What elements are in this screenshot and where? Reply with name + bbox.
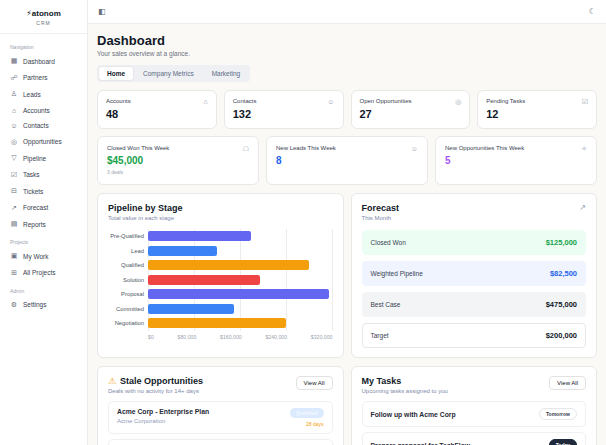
chart-category-label: Proposal xyxy=(108,291,148,297)
sidebar-item-dashboard[interactable]: ▦ Dashboard xyxy=(8,54,79,68)
topbar: ◧ ☾ xyxy=(88,0,606,24)
forecast-panel: Forecast This Month ↗ Closed Won $125,00… xyxy=(351,193,598,358)
stat-card-pending-tasks: Pending Tasks 12 ☑ xyxy=(477,90,597,129)
sidebar-item-label: Dashboard xyxy=(23,58,55,65)
user-plus-icon: ♙ xyxy=(10,90,18,98)
target-icon: ◎ xyxy=(10,138,18,146)
stat-cards-row: Accounts 48 ⌂ Contacts 132 ☺ Open Opport… xyxy=(97,90,597,129)
opportunity-company: Acme Corporation xyxy=(117,418,209,424)
pipeline-bar-chart: Pre-Qualified Lead Qualified Solution xyxy=(108,229,333,340)
folder-icon: ⊞ xyxy=(10,269,18,277)
stat-value: 48 xyxy=(106,108,208,120)
pipeline-chart-subtitle: Total value in each stage xyxy=(108,215,183,221)
chart-category-label: Negotiation xyxy=(108,320,148,326)
opportunity-name: Acme Corp - Enterprise Plan xyxy=(117,408,209,415)
chart-category-label: Pre-Qualified xyxy=(108,233,148,239)
funnel-icon: ▽ xyxy=(10,154,18,162)
clipboard-icon: ☑ xyxy=(582,98,588,106)
nav-section-projects: Projects xyxy=(10,239,79,245)
sidebar-item-tasks[interactable]: ☑ Tasks xyxy=(8,168,79,182)
chart-bar xyxy=(148,304,234,314)
trending-up-icon: ↗ xyxy=(10,204,18,212)
tab-home[interactable]: Home xyxy=(99,67,133,80)
chart-bar xyxy=(148,231,251,241)
forecast-title: Forecast xyxy=(362,203,400,213)
pipeline-by-stage-panel: Pipeline by Stage Total value in each st… xyxy=(97,193,344,358)
card-value: 5 xyxy=(445,155,587,166)
sidebar-item-label: Contacts xyxy=(23,122,49,129)
dashboard-icon: ▦ xyxy=(10,57,18,65)
forecast-value: $82,500 xyxy=(550,269,577,278)
tab-marketing[interactable]: Marketing xyxy=(204,67,249,80)
chart-category-label: Qualified xyxy=(108,262,148,268)
task-item-followup-acme[interactable]: Follow up with Acme Corp Tomorrow xyxy=(362,401,587,427)
chart-category-label: Solution xyxy=(108,277,148,283)
sidebar-item-pipeline[interactable]: ▽ Pipeline xyxy=(8,151,79,165)
sidebar-item-settings[interactable]: ⚙ Settings xyxy=(8,298,79,312)
stale-item-acme[interactable]: Acme Corp - Enterprise Plan Acme Corpora… xyxy=(108,401,333,434)
stale-list: Acme Corp - Enterprise Plan Acme Corpora… xyxy=(108,401,333,445)
sidebar-item-tickets[interactable]: ⊟ Tickets xyxy=(8,184,79,198)
chart-bar-row: Negotiation xyxy=(108,316,333,331)
middle-panels-row: Pipeline by Stage Total value in each st… xyxy=(97,193,597,358)
ticket-icon: ⊟ xyxy=(10,187,18,195)
task-name: Follow up with Acme Corp xyxy=(371,411,456,418)
tasks-title: My Tasks xyxy=(362,376,448,386)
stale-view-all-button[interactable]: View All xyxy=(296,376,333,390)
trophy-icon: ☖ xyxy=(243,145,249,153)
forecast-subtitle: This Month xyxy=(362,215,400,221)
chart-bar-row: Committed xyxy=(108,302,333,317)
forecast-value: $125,000 xyxy=(546,238,577,247)
sidebar-item-accounts[interactable]: ⌂ Accounts xyxy=(8,104,79,117)
chart-bar-row: Pre-Qualified xyxy=(108,229,333,244)
chart-category-label: Lead xyxy=(108,248,148,254)
card-value: $45,000 xyxy=(107,155,249,166)
chart-bar xyxy=(148,289,329,299)
building-icon: ⌂ xyxy=(10,107,18,114)
sidebar-nav: Navigation ▦ Dashboard ☍ Partners ♙ Lead… xyxy=(0,34,87,445)
tasks-subtitle: Upcoming tasks assigned to you xyxy=(362,388,448,394)
stale-opportunities-panel: ⚠ Stale Opportunities Deals with no acti… xyxy=(97,366,344,445)
tasks-list: Follow up with Acme Corp Tomorrow Prepar… xyxy=(362,401,587,445)
task-item-proposal-techflow[interactable]: Prepare proposal for TechFlow Today xyxy=(362,432,587,445)
stat-value: 12 xyxy=(486,108,588,120)
sidebar-item-label: Tasks xyxy=(23,171,40,178)
target-icon: ◎ xyxy=(455,98,461,106)
theme-toggle-icon[interactable]: ☾ xyxy=(589,7,596,16)
sidebar-item-label: Reports xyxy=(23,221,46,228)
tab-company-metrics[interactable]: Company Metrics xyxy=(135,67,202,80)
stale-item-techflow[interactable]: TechFlow - Platform License TechFlow Sol… xyxy=(108,439,333,445)
stat-label: Contacts xyxy=(233,98,335,104)
stat-label: Pending Tasks xyxy=(486,98,588,104)
card-value: 8 xyxy=(276,155,418,166)
chart-bar xyxy=(148,275,260,285)
sidebar-item-label: Settings xyxy=(23,301,47,308)
card-new-leads-week: New Leads This Week 8 ☺ xyxy=(266,136,428,185)
forecast-label: Best Case xyxy=(371,301,401,308)
card-subtext: 3 deals xyxy=(107,169,249,175)
sidebar-item-label: Opportunities xyxy=(23,138,62,145)
card-label: New Leads This Week xyxy=(276,145,418,151)
users-icon: ☺ xyxy=(327,98,334,105)
sidebar-item-opportunities[interactable]: ◎ Opportunities xyxy=(8,135,79,149)
sidebar-item-partners[interactable]: ☍ Partners xyxy=(8,71,79,85)
sidebar-item-reports[interactable]: ▤ Reports xyxy=(8,217,79,231)
sidebar-item-my-work[interactable]: ▣ My Work xyxy=(8,249,79,263)
sidebar-item-forecast[interactable]: ↗ Forecast xyxy=(8,201,79,215)
card-new-opportunities-week: New Opportunities This Week 5 ✧ xyxy=(435,136,597,185)
sidebar-item-contacts[interactable]: ☺ Contacts xyxy=(8,119,79,132)
panel-toggle-icon[interactable]: ◧ xyxy=(98,7,106,16)
x-tick: $0 xyxy=(148,334,154,340)
sidebar-item-all-projects[interactable]: ⊞ All Projects xyxy=(8,266,79,280)
tasks-view-all-button[interactable]: View All xyxy=(549,376,586,390)
forecast-row-weighted-pipeline: Weighted Pipeline $82,500 xyxy=(362,261,587,286)
main-area: ◧ ☾ Dashboard Your sales overview at a g… xyxy=(88,0,606,445)
bottom-panels-row: ⚠ Stale Opportunities Deals with no acti… xyxy=(97,366,597,445)
sidebar-item-label: Forecast xyxy=(23,204,48,211)
pipeline-chart-title: Pipeline by Stage xyxy=(108,203,183,213)
sidebar-item-label: Partners xyxy=(23,74,48,81)
forecast-value: $200,000 xyxy=(546,331,577,340)
sidebar-item-leads[interactable]: ♙ Leads xyxy=(8,87,79,101)
forecast-label: Closed Won xyxy=(371,239,406,246)
sidebar-item-label: My Work xyxy=(23,253,49,260)
